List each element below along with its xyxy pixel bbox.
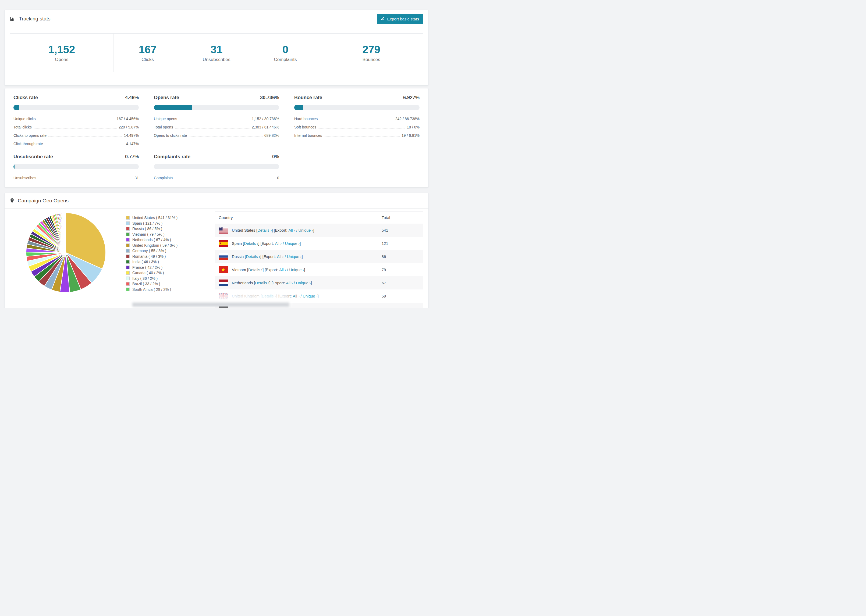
- legend-swatch: [126, 271, 130, 275]
- dotted-leader: [45, 145, 124, 145]
- stat-box-opens: 1,152Opens: [10, 34, 113, 72]
- country-name: Vietnam: [232, 268, 246, 272]
- flag-es-icon: [219, 240, 228, 247]
- legend-label: Italy ( 36 / 2% ): [132, 276, 157, 281]
- stat-value: 1,152: [10, 44, 113, 55]
- stat-label: Unsubscribes: [182, 57, 251, 62]
- detail-value: 167 / 4.456%: [117, 117, 139, 121]
- dotted-leader: [179, 120, 250, 120]
- detail-row: Complaints0: [154, 176, 279, 180]
- legend-item: Brazil ( 33 / 2% ): [126, 281, 215, 287]
- export-unique-link[interactable]: Unique ›: [298, 228, 313, 233]
- export-all-link[interactable]: All ›: [281, 307, 288, 308]
- export-unique-link[interactable]: Unique ›: [285, 241, 299, 246]
- flag-us-icon: [219, 227, 228, 234]
- legend-item: United Kingdom ( 59 / 3% ): [126, 243, 215, 248]
- bracket-text: [: [260, 294, 262, 298]
- details-link[interactable]: Details ›: [244, 241, 258, 246]
- dotted-leader: [38, 179, 133, 179]
- export-button-label: Export basic stats: [387, 17, 419, 21]
- rate-head: Bounce rate6.927%: [294, 95, 420, 101]
- export-unique-link[interactable]: Unique ›: [289, 268, 304, 272]
- detail-label: Unique opens: [154, 117, 177, 121]
- export-unique-link[interactable]: Unique ›: [291, 307, 306, 308]
- detail-row: Total opens2,303 / 61.446%: [154, 125, 279, 129]
- progress-bar: [294, 105, 420, 110]
- bracket-text: ]: [313, 228, 314, 233]
- details-link[interactable]: Details ›: [248, 268, 263, 272]
- export-unique-link[interactable]: Unique ›: [287, 255, 302, 259]
- legend-label: France ( 42 / 2% ): [132, 265, 162, 270]
- details-link[interactable]: Details ›: [246, 255, 260, 259]
- bracket-text: ]: [302, 255, 303, 259]
- legend-swatch: [126, 233, 130, 236]
- pie-slice-other[interactable]: [66, 213, 66, 253]
- detail-label: Complaints: [154, 176, 173, 180]
- export-all-link[interactable]: All ›: [286, 281, 293, 285]
- details-link[interactable]: Details ›: [255, 281, 269, 285]
- legend-label: Vietnam ( 79 / 5% ): [132, 232, 165, 237]
- legend-item: France ( 42 / 2% ): [126, 265, 215, 270]
- stat-box-clicks: 167Clicks: [113, 34, 182, 72]
- bracket-text: [: [246, 268, 248, 272]
- details-link[interactable]: Details ›: [250, 307, 265, 308]
- page-title: Tracking stats: [19, 16, 50, 22]
- details-link[interactable]: Details ›: [262, 294, 276, 298]
- total-cell: 59: [382, 294, 423, 298]
- detail-row: Opens to clicks rate689.82%: [154, 133, 279, 138]
- detail-row: Total clicks220 / 5.87%: [13, 125, 139, 129]
- tracking-stats-card: Tracking stats Export basic stats 1,152O…: [4, 10, 429, 85]
- rate-block-complaints-rate: Complaints rate0%Complaints0: [154, 154, 279, 180]
- link-separator: /: [288, 307, 291, 308]
- detail-value: 31: [134, 176, 139, 180]
- export-unique-link[interactable]: Unique ›: [296, 281, 311, 285]
- details-link[interactable]: Details ›: [257, 228, 272, 233]
- legend-item: United States ( 541 / 31% ): [126, 215, 215, 221]
- legend-label: South Africa ( 29 / 2% ): [132, 287, 171, 292]
- tracking-stats-title-wrap: Tracking stats: [10, 16, 50, 22]
- country-name: Russia: [232, 255, 244, 259]
- detail-value: 689.82%: [265, 133, 279, 138]
- export-all-link[interactable]: All ›: [279, 268, 286, 272]
- table-row-united-kingdom: United Kingdom [Details ›] [Export: All …: [215, 289, 423, 303]
- rate-rows: Unsubscribes31: [13, 176, 139, 180]
- stat-box-unsubscribes: 31Unsubscribes: [182, 34, 251, 72]
- legend-label: United Kingdom ( 59 / 3% ): [132, 243, 178, 248]
- export-unique-link[interactable]: Unique ›: [303, 294, 318, 298]
- country-cell: Spain [Details ›] [Export: All › / Uniqu…: [219, 240, 382, 247]
- export-all-link[interactable]: All ›: [288, 228, 295, 233]
- rate-value: 4.46%: [125, 95, 139, 101]
- country-name: United States: [232, 228, 255, 233]
- rate-rows: Unique opens1,152 / 30.736%Total opens2,…: [154, 117, 279, 138]
- progress-bar-fill: [13, 105, 19, 110]
- legend-label: Brazil ( 33 / 2% ): [132, 282, 160, 286]
- geo-opens-card: Campaign Geo Opens United States ( 541 /…: [4, 193, 429, 308]
- detail-value: 220 / 5.87%: [119, 125, 139, 129]
- dotted-leader: [34, 128, 117, 129]
- dotted-leader: [175, 128, 250, 129]
- legend-label: Russia ( 86 / 5% ): [132, 226, 162, 231]
- progress-bar-fill: [294, 105, 303, 110]
- export-text: ] [Export:: [260, 255, 277, 259]
- rate-title: Opens rate: [154, 95, 179, 101]
- country-name: Netherlands: [232, 281, 253, 285]
- stat-value: 0: [251, 44, 320, 55]
- legend-item: Italy ( 36 / 2% ): [126, 276, 215, 281]
- legend-label: United States ( 541 / 31% ): [132, 215, 178, 220]
- total-cell: 541: [382, 228, 423, 233]
- export-basic-stats-button[interactable]: Export basic stats: [377, 14, 423, 24]
- legend-swatch: [126, 216, 130, 220]
- export-text: ] [Export:: [263, 268, 279, 272]
- export-all-link[interactable]: All ›: [275, 241, 282, 246]
- table-row-spain: Spain [Details ›] [Export: All › / Uniqu…: [215, 237, 423, 250]
- progress-bar: [13, 105, 139, 110]
- rate-head: Unsubscribe rate0.77%: [13, 154, 139, 160]
- rate-head: Opens rate30.736%: [154, 95, 279, 101]
- rate-block-unsubscribe-rate: Unsubscribe rate0.77%Unsubscribes31: [13, 154, 139, 180]
- detail-row: Unique opens1,152 / 30.736%: [154, 117, 279, 121]
- legend-label: Netherlands ( 67 / 4% ): [132, 237, 171, 242]
- rate-value: 30.736%: [260, 95, 279, 101]
- export-all-link[interactable]: All ›: [293, 294, 299, 298]
- export-all-link[interactable]: All ›: [277, 255, 284, 259]
- geo-section-title: Campaign Geo Opens: [18, 198, 69, 204]
